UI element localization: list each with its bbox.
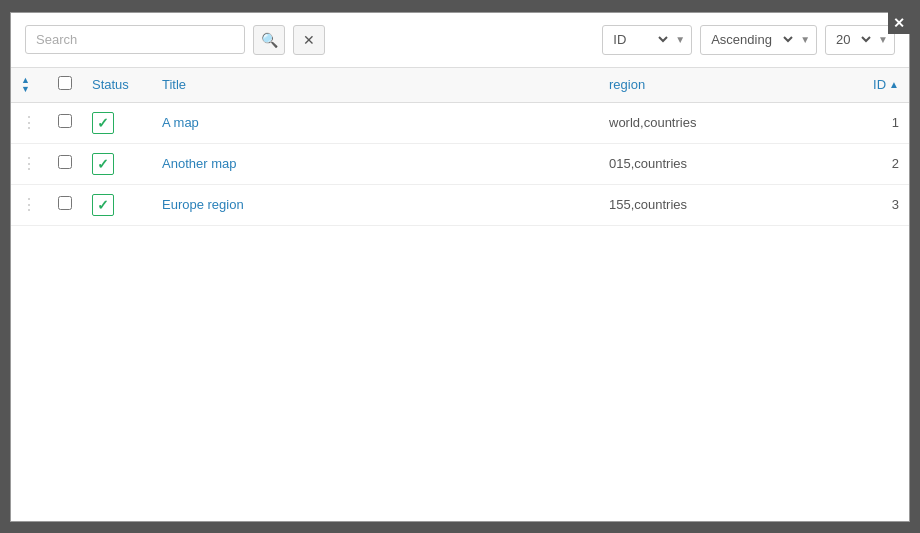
row-region: world,countries: [599, 102, 849, 143]
search-button[interactable]: 🔍: [253, 25, 285, 55]
col-header-check: [48, 68, 82, 103]
status-check-icon: ✓: [92, 194, 114, 216]
sort-order-chevron-icon: ▼: [800, 34, 810, 45]
row-title: A map: [152, 102, 599, 143]
drag-handle[interactable]: ⋮: [11, 102, 48, 143]
row-title: Another map: [152, 143, 599, 184]
row-status: ✓: [82, 102, 152, 143]
sort-order-select-wrapper: Ascending Descending ▼: [700, 25, 817, 55]
row-id: 1: [849, 102, 909, 143]
row-checkbox-cell: [48, 184, 82, 225]
id-col-label: ID: [873, 77, 886, 92]
status-check-icon: ✓: [92, 112, 114, 134]
sort-updown-icon[interactable]: ▲▼: [21, 76, 38, 94]
row-checkbox[interactable]: [58, 196, 72, 210]
row-status: ✓: [82, 184, 152, 225]
sort-order-select[interactable]: Ascending Descending: [707, 31, 796, 48]
page-size-chevron-icon: ▼: [878, 34, 888, 45]
title-link[interactable]: A map: [162, 115, 199, 130]
toolbar: 🔍 ✕ ID Title Status Region ▼ Ascending D…: [11, 13, 909, 68]
search-input[interactable]: [25, 25, 245, 54]
row-title: Europe region: [152, 184, 599, 225]
table-container: ▲▼ Status Title region: [11, 68, 909, 226]
row-checkbox-cell: [48, 143, 82, 184]
table-row: ⋮ ✓ Another map 015,countries 2: [11, 143, 909, 184]
table-row: ⋮ ✓ Europe region 155,countries 3: [11, 184, 909, 225]
title-link[interactable]: Another map: [162, 156, 236, 171]
page-size-select[interactable]: 10 20 50 100: [832, 31, 874, 48]
drag-handle[interactable]: ⋮: [11, 184, 48, 225]
row-checkbox[interactable]: [58, 155, 72, 169]
clear-button[interactable]: ✕: [293, 25, 325, 55]
row-status: ✓: [82, 143, 152, 184]
close-button[interactable]: ✕: [888, 12, 910, 34]
close-icon: ✕: [893, 15, 905, 31]
id-sort-arrow-icon: ▲: [889, 79, 899, 90]
table-row: ⋮ ✓ A map world,countries 1: [11, 102, 909, 143]
clear-icon: ✕: [303, 32, 315, 48]
sort-field-chevron-icon: ▼: [675, 34, 685, 45]
status-check-icon: ✓: [92, 153, 114, 175]
row-id: 2: [849, 143, 909, 184]
search-icon: 🔍: [261, 32, 278, 48]
title-col-label: Title: [162, 77, 186, 92]
col-header-status: Status: [82, 68, 152, 103]
region-col-label: region: [609, 77, 645, 92]
row-checkbox-cell: [48, 102, 82, 143]
sort-field-select[interactable]: ID Title Status Region: [609, 31, 671, 48]
row-region: 015,countries: [599, 143, 849, 184]
select-all-checkbox[interactable]: [58, 76, 72, 90]
col-header-region: region: [599, 68, 849, 103]
row-region: 155,countries: [599, 184, 849, 225]
col-header-id[interactable]: ID ▲: [849, 68, 909, 103]
modal-container: ✕ 🔍 ✕ ID Title Status Region ▼ Ascending…: [10, 12, 910, 522]
row-id: 3: [849, 184, 909, 225]
table-header-row: ▲▼ Status Title region: [11, 68, 909, 103]
row-checkbox[interactable]: [58, 114, 72, 128]
page-size-select-wrapper: 10 20 50 100 ▼: [825, 25, 895, 55]
status-col-label: Status: [92, 77, 129, 92]
sort-field-select-wrapper: ID Title Status Region ▼: [602, 25, 692, 55]
data-table: ▲▼ Status Title region: [11, 68, 909, 226]
col-header-drag: ▲▼: [11, 68, 48, 103]
drag-handle[interactable]: ⋮: [11, 143, 48, 184]
title-link[interactable]: Europe region: [162, 197, 244, 212]
col-header-title: Title: [152, 68, 599, 103]
